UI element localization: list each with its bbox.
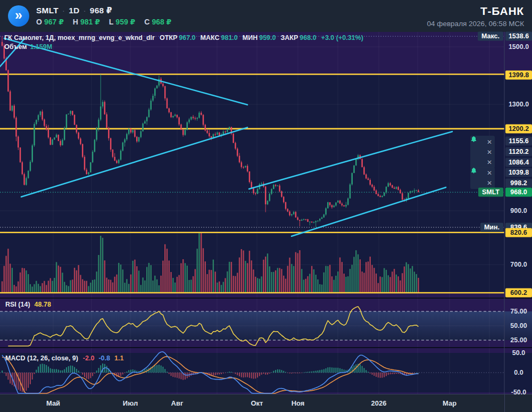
legend-high-label: МАКС xyxy=(201,34,220,42)
price-axis-label: 50.00 xyxy=(505,322,532,331)
axis-price-value: 1086.4 xyxy=(505,158,532,167)
price-axis-label: 820.6 xyxy=(505,228,532,237)
rsi-value: 48.78 xyxy=(35,301,51,308)
symbol-info: SMLT·1D·968 ₽ O967 ₽ H981 ₽ L959 ₽ C968 … xyxy=(36,6,178,26)
price-axis-label: 0.0 xyxy=(505,368,532,377)
alert-remove-icon[interactable]: ✕ xyxy=(487,139,492,145)
legend-open-value: 967.0 xyxy=(179,34,195,42)
broker-logo-icon[interactable]: » xyxy=(8,5,29,27)
legend-high-value: 981.0 xyxy=(221,34,237,42)
low-label: L xyxy=(109,18,114,26)
low-value: 959 ₽ xyxy=(115,18,135,26)
chart-legend: ГК Самолет, 1Д, moex_mrng_evng_e_wknd_dl… xyxy=(4,34,363,51)
price-axis-label: 700.0 xyxy=(505,260,532,269)
legend-title[interactable]: ГК Самолет, 1Д, moex_mrng_evng_e_wknd_dl… xyxy=(4,34,155,42)
alert-remove-icon[interactable]: ✕ xyxy=(487,170,492,176)
price-axis-label: 1086.4 xyxy=(505,158,532,167)
price-axis-label: 1155.6 xyxy=(505,137,532,146)
axis-price-value: 25.00 xyxy=(505,336,532,345)
price-axis-label: 900.0 xyxy=(505,207,532,216)
brand-block: Т-БАНК 04 февраля 2026, 06:58 МСК xyxy=(427,5,532,28)
alert-remove-icon[interactable]: ✕ xyxy=(487,159,492,166)
alert-row[interactable]: ✕ xyxy=(473,178,492,188)
symbol-name[interactable]: SMLT xyxy=(36,6,59,15)
legend-change: +3.0 (+0.31%) xyxy=(321,34,363,42)
high-value: 981 ₽ xyxy=(80,18,100,26)
axis-price-value: 1120.2 xyxy=(505,147,532,156)
high-label: H xyxy=(73,18,78,26)
timeframe-selector[interactable]: 1D xyxy=(69,6,79,15)
volume-value: 1.159M xyxy=(30,43,52,51)
alert-row[interactable]: ✕ xyxy=(473,157,492,167)
macd-line-value: -0.8 xyxy=(98,355,110,362)
time-axis-label[interactable]: Июл xyxy=(123,399,138,407)
separator-dot: · xyxy=(62,6,65,15)
time-axis-label[interactable]: Мар xyxy=(443,399,456,407)
volume-label: Объем xyxy=(4,43,27,51)
axis-price-value: 1538.6 xyxy=(505,32,532,41)
axis-price-value: 50.00 xyxy=(505,322,532,331)
legend-close-label: ЗАКР xyxy=(280,34,298,42)
price-axis-label: 1300.0 xyxy=(505,100,532,109)
axis-price-value: 1155.6 xyxy=(505,137,532,146)
axis-price-value: 968.0 xyxy=(505,188,532,197)
minmax-tag: Макс. xyxy=(478,32,503,41)
axis-price-value: 75.00 xyxy=(505,307,532,316)
rsi-pane-label: RSI (14)48.78 xyxy=(5,301,51,308)
axis-price-value: 600.2 xyxy=(505,289,532,298)
header-bar: » SMLT·1D·968 ₽ O967 ₽ H981 ₽ L959 ₽ C96… xyxy=(0,0,532,32)
alert-remove-icon[interactable]: ✕ xyxy=(487,180,492,186)
macd-pane-label: MACD (12, 26, close, 9)-2.0-0.81.1 xyxy=(5,355,123,362)
time-axis[interactable]: МайИюлАвгОктНоя2026Мар xyxy=(0,394,532,412)
price-axis-label: Макс.1538.6 xyxy=(478,32,532,41)
axis-price-value: 820.6 xyxy=(505,228,532,237)
macd-label-text[interactable]: MACD (12, 26, close, 9) xyxy=(5,355,78,362)
price-axis-label: 600.2 xyxy=(505,289,532,298)
price-axis-label: 1500.0 xyxy=(505,43,532,52)
price-axis-label: 75.00 xyxy=(505,307,532,316)
legend-close-value: 968.0 xyxy=(300,34,316,42)
axis-price-value: -50.0 xyxy=(505,388,532,397)
axis-price-value: 1039.8 xyxy=(505,168,532,177)
price-axis-label: 1399.8 xyxy=(505,71,532,80)
macd-signal-value: 1.1 xyxy=(114,355,123,362)
alert-row[interactable]: ✕ xyxy=(473,147,492,157)
chart-plot[interactable] xyxy=(0,32,532,394)
ohlc-summary: O967 ₽ H981 ₽ L959 ₽ C968 ₽ xyxy=(36,18,178,26)
time-axis-label[interactable]: Авг xyxy=(171,399,184,407)
close-value: 968 ₽ xyxy=(152,18,171,26)
close-label: C xyxy=(144,18,149,26)
symbol-price-tag: SMLT xyxy=(478,188,503,197)
price-axis-label: 25.00 xyxy=(505,336,532,345)
axis-price-value: 998.2 xyxy=(505,179,532,188)
time-axis-label[interactable]: Ноя xyxy=(292,399,305,407)
price-axis-label: 1039.8 xyxy=(505,168,532,177)
price-axis-label: SMLT968.0 xyxy=(478,188,532,197)
alert-remove-icon[interactable]: ✕ xyxy=(487,149,492,155)
chart-canvas[interactable]: ГК Самолет, 1Д, moex_mrng_evng_e_wknd_dl… xyxy=(0,32,532,394)
legend-low-value: 959.0 xyxy=(259,34,276,42)
time-axis-label[interactable]: Окт xyxy=(251,399,263,407)
legend-low-label: МИН xyxy=(243,34,257,42)
axis-price-value: 700.0 xyxy=(505,260,532,269)
separator-dot: · xyxy=(83,6,86,15)
axis-price-value: 0.0 xyxy=(505,368,532,377)
price-axis-label: 998.2 xyxy=(505,179,532,188)
axis-corner xyxy=(504,394,505,412)
alert-panel: ✕✕✕ xyxy=(470,136,495,168)
time-axis-label[interactable]: 2026 xyxy=(371,399,387,407)
datetime-stamp: 04 февраля 2026, 06:58 МСК xyxy=(427,20,524,28)
price-axis-label: 1200.2 xyxy=(505,125,532,134)
rsi-label-text[interactable]: RSI (14) xyxy=(5,301,30,308)
macd-hist-value: -2.0 xyxy=(83,355,95,362)
last-price: 968 ₽ xyxy=(90,6,112,15)
alert-panel: ✕✕ xyxy=(470,167,495,189)
time-axis-label[interactable]: Май xyxy=(46,399,60,407)
price-axis-label: 1120.2 xyxy=(505,147,532,156)
open-label: O xyxy=(36,18,42,26)
price-axis-label: -50.0 xyxy=(505,388,532,397)
minmax-tag: Мин. xyxy=(480,223,503,232)
axis-price-value: 1200.2 xyxy=(505,125,532,134)
axis-price-value: 1500.0 xyxy=(505,43,532,52)
brand-name: Т-БАНК xyxy=(427,5,524,18)
